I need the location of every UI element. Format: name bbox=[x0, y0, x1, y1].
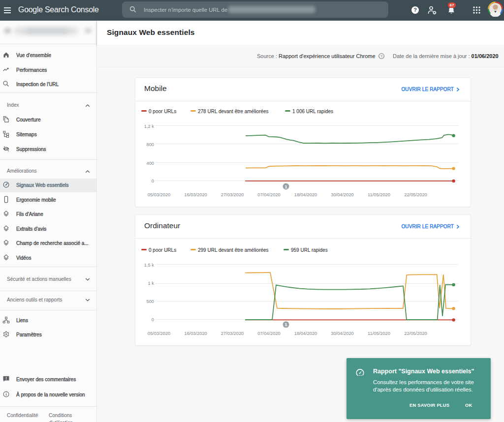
svg-text:30/04/2020: 30/04/2020 bbox=[331, 331, 354, 336]
svg-text:1,5 k: 1,5 k bbox=[144, 263, 155, 268]
svg-text:1: 1 bbox=[284, 322, 287, 327]
svg-text:30/04/2020: 30/04/2020 bbox=[331, 192, 354, 197]
svg-text:07/04/2020: 07/04/2020 bbox=[257, 331, 281, 336]
svg-text:1: 1 bbox=[284, 184, 287, 189]
svg-text:400: 400 bbox=[146, 161, 154, 166]
svg-text:800: 800 bbox=[146, 142, 154, 147]
svg-text:278 URL devant être améliorées: 278 URL devant être améliorées bbox=[198, 109, 269, 114]
svg-text:27/03/2020: 27/03/2020 bbox=[221, 192, 244, 197]
svg-text:16/03/2020: 16/03/2020 bbox=[184, 331, 207, 336]
svg-text:22/05/2020: 22/05/2020 bbox=[404, 192, 427, 197]
svg-text:0: 0 bbox=[152, 317, 154, 322]
svg-text:22/05/2020: 22/05/2020 bbox=[404, 331, 427, 336]
svg-text:?: ? bbox=[380, 54, 382, 58]
svg-text:0: 0 bbox=[152, 179, 154, 183]
svg-text:11/05/2020: 11/05/2020 bbox=[368, 331, 390, 336]
svg-text:959 URL rapides: 959 URL rapides bbox=[291, 247, 328, 253]
svg-text:18/04/2020: 18/04/2020 bbox=[294, 192, 317, 197]
svg-text:05/03/2020: 05/03/2020 bbox=[148, 192, 171, 197]
svg-text:18/04/2020: 18/04/2020 bbox=[294, 331, 317, 336]
svg-text:0 poor URLs: 0 poor URLs bbox=[149, 109, 176, 114]
svg-text:500: 500 bbox=[146, 299, 154, 304]
svg-text:1 k: 1 k bbox=[148, 281, 155, 286]
svg-text:1,2 k: 1,2 k bbox=[144, 124, 155, 129]
svg-text:299 URL devant être améliorées: 299 URL devant être améliorées bbox=[198, 247, 269, 253]
svg-text:27/03/2020: 27/03/2020 bbox=[221, 331, 244, 336]
svg-text:0 poor URLs: 0 poor URLs bbox=[149, 247, 176, 253]
svg-text:05/03/2020: 05/03/2020 bbox=[148, 331, 171, 336]
svg-text:1 006 URL rapides: 1 006 URL rapides bbox=[292, 109, 333, 114]
svg-text:11/05/2020: 11/05/2020 bbox=[368, 192, 390, 197]
svg-text:07/04/2020: 07/04/2020 bbox=[257, 192, 281, 197]
svg-text:16/03/2020: 16/03/2020 bbox=[184, 192, 207, 197]
